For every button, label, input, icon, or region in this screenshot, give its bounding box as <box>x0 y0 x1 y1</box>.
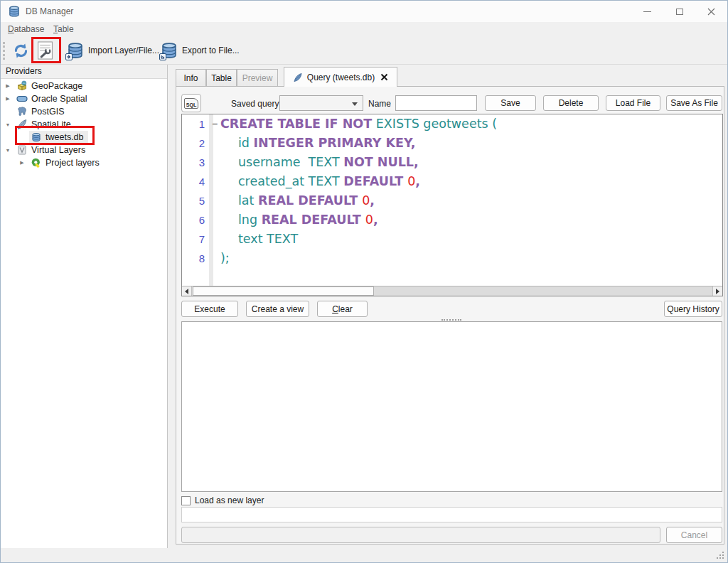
tree-item-oracle-spatial[interactable]: ▶Oracle Spatial <box>1 92 167 105</box>
code-line-4: 4created_at TEXT DEFAULT 0, <box>182 172 722 191</box>
code-segment: ); <box>220 251 230 265</box>
code-segment: REAL DEFAULT <box>258 193 362 208</box>
code-lines: 1−CREATE TABLE IF NOT EXISTS geotweets (… <box>182 114 722 286</box>
code-segment: , <box>415 174 420 188</box>
fold-spacer <box>209 134 220 153</box>
tree-item-postgis[interactable]: PostGIS <box>1 105 167 118</box>
import-layer-button[interactable]: Import Layer/File... <box>63 38 162 63</box>
code-segment: INTEGER PRIMARY KEY, <box>254 136 416 150</box>
code-segment: created_at TEXT <box>238 174 343 188</box>
tree-item-label: Virtual Layers <box>31 145 85 155</box>
tree-item-geopackage[interactable]: ▶GeoPackage <box>1 80 167 92</box>
load-file-button[interactable]: Load File <box>606 95 660 111</box>
load-as-new-layer-checkbox[interactable] <box>181 496 191 505</box>
expander-expanded-icon[interactable]: ▼ <box>1 148 15 153</box>
cancel-button[interactable]: Cancel <box>666 527 722 543</box>
code-line-2: 2id INTEGER PRIMARY KEY, <box>182 134 722 153</box>
code-line-5: 5lat REAL DEFAULT 0, <box>182 191 722 210</box>
splitter-handle[interactable] <box>441 319 461 321</box>
fold-marker-icon[interactable]: − <box>209 114 220 134</box>
menu-table[interactable]: Table <box>49 22 78 36</box>
line-number: 1 <box>182 114 209 134</box>
db-manager-window: DB Manager Database Table Import Layer/F… <box>0 0 728 563</box>
query-history-button[interactable]: Query History <box>664 301 722 317</box>
line-number: 4 <box>182 172 209 191</box>
code-text: lat REAL DEFAULT 0, <box>220 191 375 210</box>
feather-icon <box>293 73 303 82</box>
save-button[interactable]: Save <box>485 95 536 111</box>
tab-table[interactable]: Table <box>206 69 237 87</box>
code-segment: 0 <box>365 213 373 227</box>
tab-query[interactable]: Query (tweets.db) <box>284 67 397 87</box>
tree-item-content: Project layers <box>29 156 104 169</box>
fold-spacer <box>209 191 220 210</box>
scroll-left-arrow-icon[interactable] <box>182 286 192 296</box>
toolbar-drag-handle[interactable] <box>3 42 5 60</box>
maximize-button[interactable] <box>665 1 695 22</box>
tree-item-virtual-layers[interactable]: ▼Virtual Layers <box>1 144 167 156</box>
qgis-icon <box>31 157 42 168</box>
clear-button[interactable]: Clear <box>317 301 368 317</box>
code-segment: lat <box>238 193 258 208</box>
refresh-button[interactable] <box>9 38 33 63</box>
expander-collapsed-icon[interactable]: ▶ <box>1 83 15 89</box>
code-segment: REAL DEFAULT <box>262 213 365 227</box>
code-segment: 0 <box>362 193 370 208</box>
name-label: Name <box>368 99 391 109</box>
maximize-icon <box>676 9 683 15</box>
code-text: username TEXT NOT NULL, <box>220 153 419 172</box>
code-segment: lng <box>238 213 262 227</box>
code-segment: , <box>370 193 375 208</box>
code-text: created_at TEXT DEFAULT 0, <box>220 172 420 191</box>
menu-database[interactable]: Database <box>4 22 48 36</box>
fold-spacer <box>209 249 220 268</box>
query-results-area <box>181 321 722 492</box>
load-as-new-layer-row: Load as new layer <box>181 495 264 506</box>
close-button[interactable] <box>696 1 726 22</box>
name-input[interactable] <box>395 95 477 111</box>
scrollbar-thumb[interactable] <box>193 286 374 296</box>
line-number: 8 <box>182 249 209 268</box>
oracle-icon <box>16 93 28 104</box>
database-import-icon <box>66 41 85 60</box>
tab-info[interactable]: Info <box>176 69 206 87</box>
tree-item-content: Oracle Spatial <box>15 92 92 105</box>
code-line-6: 6lng REAL DEFAULT 0, <box>182 210 722 230</box>
horizontal-scrollbar[interactable] <box>182 286 722 296</box>
code-segment: EXISTS geotweets ( <box>372 117 497 131</box>
line-number: 7 <box>182 230 209 249</box>
code-segment: NOT NULL, <box>343 155 418 169</box>
execute-button[interactable]: Execute <box>181 301 238 317</box>
tab-close-icon[interactable] <box>380 73 388 81</box>
layer-name-input[interactable] <box>181 507 722 522</box>
save-as-file-button[interactable]: Save As File <box>666 95 722 111</box>
toolbar: Import Layer/File... Export to File... <box>1 36 727 65</box>
delete-button[interactable]: Delete <box>543 95 599 111</box>
main-content: Info Table Preview Query (tweets.db) SQL… <box>175 65 725 548</box>
annotation-box-sql-button <box>31 37 61 63</box>
close-icon <box>707 8 715 16</box>
minimize-button[interactable] <box>632 1 662 22</box>
code-segment: CREATE TABLE IF NOT <box>220 117 372 131</box>
tab-preview[interactable]: Preview <box>237 69 278 87</box>
code-text: id INTEGER PRIMARY KEY, <box>220 134 415 153</box>
scroll-right-arrow-icon[interactable] <box>712 286 722 296</box>
resize-grip[interactable] <box>714 549 724 559</box>
expander-expanded-icon[interactable]: ▼ <box>1 122 15 127</box>
virtual-icon <box>16 144 28 156</box>
sql-editor[interactable]: 1−CREATE TABLE IF NOT EXISTS geotweets (… <box>181 114 723 296</box>
export-file-button[interactable]: Export to File... <box>157 38 242 63</box>
code-text: ); <box>220 249 230 268</box>
postgis-icon <box>16 106 28 117</box>
create-view-button[interactable]: Create a view <box>246 301 309 317</box>
fold-spacer <box>209 230 220 249</box>
saved-query-dropdown[interactable] <box>279 95 363 111</box>
code-segment: username TEXT <box>238 155 343 169</box>
sql-query-button[interactable]: SQL <box>181 94 201 112</box>
tree-item-project-layers[interactable]: ▶Project layers <box>1 156 167 169</box>
expander-collapsed-icon[interactable]: ▶ <box>15 160 29 166</box>
expander-collapsed-icon[interactable]: ▶ <box>1 96 15 102</box>
minimize-icon <box>643 11 651 12</box>
tree-item-content: Virtual Layers <box>15 144 90 156</box>
code-text: lng REAL DEFAULT 0, <box>220 210 378 230</box>
